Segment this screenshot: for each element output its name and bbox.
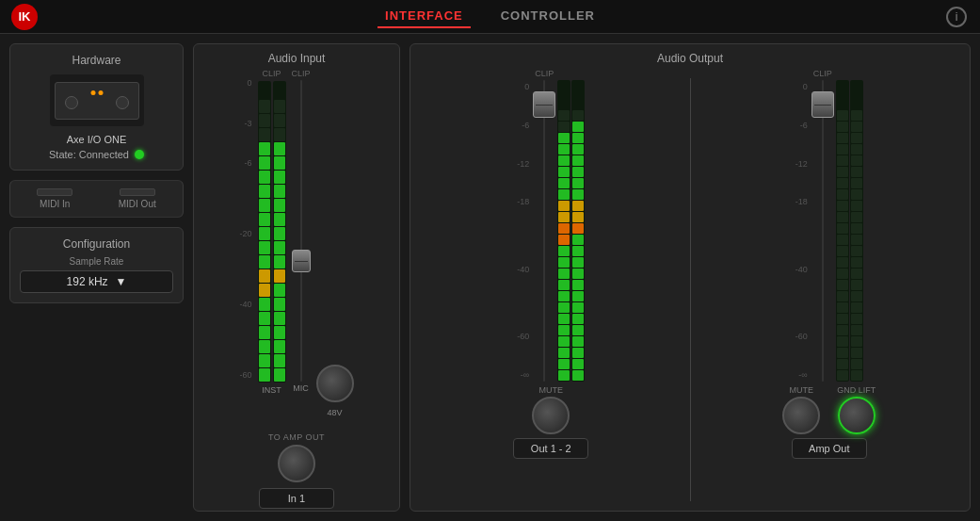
hardware-title: Hardware <box>20 54 173 67</box>
app-logo: IK <box>11 4 38 30</box>
midi-panel: MIDI In MIDI Out <box>9 180 184 218</box>
clip-label-inst: CLIP <box>262 69 281 78</box>
mic-fader-handle[interactable] <box>292 250 311 272</box>
gnd-lift-button[interactable] <box>838 397 876 434</box>
mic-label: MIC <box>293 383 309 393</box>
info-icon[interactable]: i <box>946 7 967 27</box>
midi-out-bar <box>120 188 155 196</box>
state-row: State: Connected <box>20 149 173 160</box>
mute-button-out1[interactable] <box>532 397 570 434</box>
mic-fader-track <box>292 80 311 382</box>
output-divider <box>690 78 691 501</box>
out1-2-channel-box: Out 1 - 2 <box>513 438 588 459</box>
amp-out-group: 0 -6 -12 -18 -40 -60 -∞ CLIP <box>699 69 961 511</box>
out1-2-mute-section: MUTE <box>532 385 570 434</box>
audio-panels: Audio Input 0 -3 -6 -20 -40 -60 <box>193 43 971 512</box>
hardware-panel: Hardware Axe I/O ONE State: Connected <box>9 43 184 171</box>
mute-button-amp[interactable] <box>782 397 820 434</box>
out1-2-fader-handle[interactable] <box>533 91 555 118</box>
inst-meter-left <box>258 81 271 383</box>
amp-meter-L <box>836 80 849 382</box>
state-label: State: Connected <box>49 149 129 160</box>
mute-label-amp: MUTE <box>789 385 813 395</box>
gnd-lift-label: GND LIFT <box>837 385 876 395</box>
audio-input-title: Audio Input <box>194 44 399 69</box>
tab-controller[interactable]: CONTROLLER <box>493 5 602 28</box>
amp-out-mute-section: MUTE <box>782 385 820 434</box>
audio-input-section: Audio Input 0 -3 -6 -20 -40 -60 <box>193 43 400 512</box>
midi-out-item: MIDI Out <box>119 188 156 209</box>
hardware-image <box>50 74 144 126</box>
inst-channel: CLIP <box>258 69 286 395</box>
config-title: Configuration <box>20 237 173 251</box>
clip-out1: CLIP <box>535 69 554 78</box>
inst-label: INST <box>262 385 281 395</box>
clip-label-mic: CLIP <box>292 69 311 78</box>
phantom-label: 48V <box>328 408 343 417</box>
to-amp-label: TO AMP OUT <box>268 432 325 442</box>
tab-group: INTERFACE CONTROLLER <box>378 5 602 28</box>
phantom-power-section: 48V <box>316 69 354 417</box>
audio-output-section: Audio Output 0 -6 -12 -18 -40 <box>410 43 971 512</box>
audio-output-title: Audio Output <box>410 44 970 69</box>
clip-amp: CLIP <box>813 69 832 78</box>
to-amp-out-button[interactable] <box>278 445 315 482</box>
midi-in-bar <box>37 188 72 196</box>
input-scale: 0 -3 -6 -20 -40 -60 <box>239 69 251 380</box>
dropdown-arrow-icon: ▼ <box>116 275 127 288</box>
in1-channel-box: In 1 <box>259 488 334 509</box>
phantom-power-button[interactable] <box>316 365 354 402</box>
mute-label-out1: MUTE <box>539 385 564 395</box>
amp-out-meters <box>836 80 863 382</box>
amp-scale: 0 -6 -12 -18 -40 -60 -∞ <box>795 80 810 382</box>
top-bar: IK INTERFACE CONTROLLER i <box>0 0 980 34</box>
mic-channel: CLIP MIC <box>292 69 311 393</box>
out1-2-fader-section: CLIP <box>535 69 554 382</box>
amp-out-fader[interactable] <box>813 80 832 382</box>
amp-out-fader-handle[interactable] <box>811 91 834 118</box>
amp-out-channel-box: Amp Out <box>792 438 867 459</box>
amp-meter-R <box>850 80 863 382</box>
input-channel-footer: In 1 <box>194 482 399 511</box>
tab-interface[interactable]: INTERFACE <box>378 5 471 28</box>
out1-scale: 0 -6 -12 -18 -40 -60 -∞ <box>517 80 531 382</box>
gnd-lift-section: GND LIFT <box>837 385 876 434</box>
sample-rate-label: Sample Rate <box>20 256 173 267</box>
out1-2-meters <box>557 80 585 382</box>
left-panel: Hardware Axe I/O ONE State: Connected MI… <box>9 43 184 512</box>
sample-rate-value: 192 kHz <box>67 275 108 288</box>
main-layout: Hardware Axe I/O ONE State: Connected MI… <box>0 34 980 521</box>
amp-out-fader-section: CLIP <box>813 69 832 382</box>
sample-rate-select[interactable]: 192 kHz ▼ <box>20 270 173 293</box>
configuration-panel: Configuration Sample Rate 192 kHz ▼ <box>9 227 184 303</box>
midi-out-label: MIDI Out <box>119 199 156 209</box>
amp-out-controls: MUTE GND LIFT <box>782 385 876 434</box>
out1-2-group: 0 -6 -12 -18 -40 -60 -∞ CLIP <box>420 69 683 511</box>
out1-meter-L <box>557 80 570 382</box>
device-name: Axe I/O ONE <box>20 134 173 145</box>
midi-in-item: MIDI In <box>37 188 72 209</box>
connected-led <box>135 150 144 159</box>
out1-2-fader[interactable] <box>535 80 554 382</box>
out1-meter-R <box>571 80 585 382</box>
inst-meters <box>258 81 286 383</box>
inst-meter-right <box>273 81 286 383</box>
midi-in-label: MIDI In <box>40 199 70 209</box>
to-amp-out-section: TO AMP OUT <box>268 432 325 482</box>
